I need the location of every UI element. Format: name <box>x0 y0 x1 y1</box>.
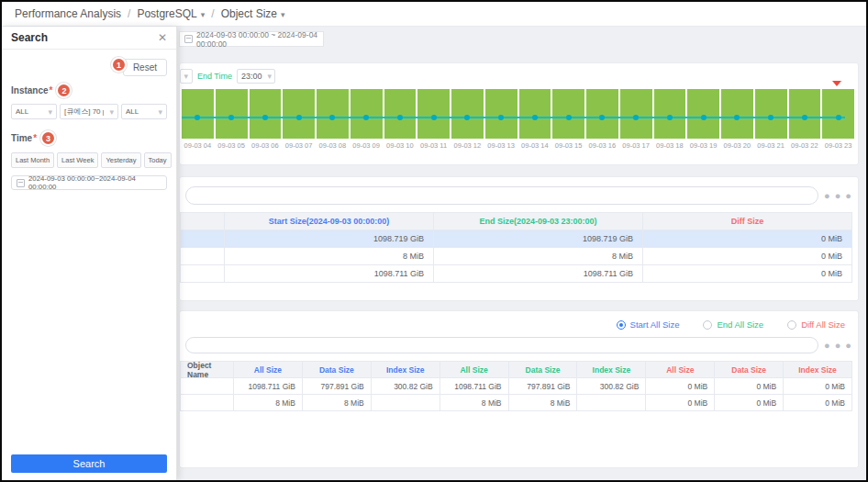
start-size-header: Start Size(2024-09-03 00:00:00) <box>225 213 434 230</box>
timeline-bar[interactable] <box>485 89 517 139</box>
time-range-input[interactable]: 2024-09-03 00:00:00~2024-09-04 00:00:00 <box>11 175 167 190</box>
timeline-point <box>397 115 403 120</box>
breadcrumb: Performance Analysis/PostgreSQL▾/Object … <box>2 2 866 27</box>
chevron-down-icon: ▾ <box>201 10 206 19</box>
timeline-point <box>363 115 369 120</box>
radio-start-all-size[interactable]: Start All Size <box>617 319 680 330</box>
x-tick-label: 09-03 11 <box>417 141 450 150</box>
search-overlay-panel: Search ✕ 1 Reset Instance* 2 ALL ▾ <box>2 27 177 480</box>
timeline-bar[interactable] <box>552 89 584 139</box>
table-row[interactable]: 8 MiB8 MiB8 MiB8 MiB0 MiB0 MiB0 MiB <box>181 395 852 411</box>
reset-row: 1 Reset <box>11 57 167 77</box>
x-tick-label: 09-03 19 <box>687 141 719 150</box>
start-size-cell: 1098.711 GiB <box>225 265 434 283</box>
more-options-icon[interactable]: ● ● ● <box>824 191 852 201</box>
date-range-display[interactable]: 2024-09-03 00:00:00 ~ 2024-09-04 00:00:0… <box>179 31 324 47</box>
timeline-bar[interactable] <box>417 89 450 139</box>
size-cell: 797.891 GiB <box>509 378 578 395</box>
timeline-bar[interactable] <box>351 89 383 139</box>
table-header-row: Object NameAll SizeData SizeIndex SizeAl… <box>181 362 852 378</box>
reset-button[interactable]: Reset <box>123 59 167 76</box>
radio-circle-icon <box>617 320 626 330</box>
timeline-bar[interactable] <box>519 89 551 139</box>
start-time-select[interactable]: ▾ <box>180 69 193 84</box>
timeline-point <box>464 115 470 120</box>
timeline-bar[interactable] <box>620 89 652 139</box>
end-time-value: 23:00 <box>241 72 262 81</box>
timeline-bar[interactable] <box>654 89 686 139</box>
col-header-end-all-size: All Size <box>440 362 509 378</box>
size-cell: 1098.711 GiB <box>440 378 509 395</box>
col-header-end-index-size: Index Size <box>577 362 646 378</box>
quick-range-last-week[interactable]: Last Week <box>57 152 98 168</box>
search-panel-header: Search ✕ <box>2 27 176 50</box>
table-row[interactable]: 1098.719 GiB1098.719 GiB0 MiB <box>181 230 852 248</box>
col-header-start-data-size: Data Size <box>303 362 372 378</box>
summary-filter-input[interactable] <box>185 186 818 205</box>
size-cell <box>372 395 440 411</box>
col-header-diff-index-size: Index Size <box>784 362 852 378</box>
timeline-bar[interactable] <box>687 89 719 139</box>
object-filter-input[interactable] <box>185 337 818 353</box>
start-size-cell: 8 MiB <box>225 248 434 265</box>
database-select[interactable]: ALL ▾ <box>121 104 167 119</box>
quick-range-last-month[interactable]: Last Month <box>11 152 54 168</box>
calendar-icon <box>184 35 193 43</box>
size-cell: 8 MiB <box>509 395 578 411</box>
radio-diff-all-size[interactable]: Diff All Size <box>787 319 845 330</box>
chevron-down-icon: ▾ <box>184 72 188 81</box>
radio-end-all-size[interactable]: End All Size <box>703 319 763 330</box>
table-row[interactable]: 1098.711 GiB1098.711 GiB0 MiB <box>181 265 852 283</box>
row-label-cell <box>181 265 225 283</box>
x-tick-label: 09-03 23 <box>822 141 854 150</box>
search-panel-title: Search <box>11 31 48 44</box>
table-row[interactable]: 1098.711 GiB797.891 GiB300.82 GiB1098.71… <box>181 378 852 395</box>
size-cell: 797.891 GiB <box>303 378 372 395</box>
chevron-down-icon: ▾ <box>268 72 273 81</box>
x-tick-label: 09-03 10 <box>384 141 417 150</box>
end-time-select[interactable]: 23:00 ▾ <box>237 69 275 84</box>
search-button[interactable]: Search <box>11 454 167 473</box>
timeline-bar[interactable] <box>216 89 248 139</box>
more-options-icon[interactable]: ● ● ● <box>824 341 852 351</box>
breadcrumb-item-object-size[interactable]: Object Size▾ <box>221 7 285 20</box>
timeline-bar[interactable] <box>451 89 484 139</box>
chart-toolbar: ▾ End Time 23:00 ▾ <box>180 67 854 85</box>
quick-range-yesterday[interactable]: Yesterday <box>101 152 140 168</box>
timeline-bar[interactable] <box>586 89 618 139</box>
quick-range-today[interactable]: Today <box>144 152 172 168</box>
end-size-header: End Size(2024-09-03 23:00:00) <box>434 213 643 230</box>
chevron-down-icon: ▾ <box>48 107 52 117</box>
timeline-bar[interactable] <box>721 89 753 139</box>
timeline-point <box>768 115 773 120</box>
timeline-bar[interactable] <box>317 89 349 139</box>
timeline-bar[interactable] <box>384 89 417 139</box>
object-size-table: Object NameAll SizeData SizeIndex SizeAl… <box>180 361 852 411</box>
x-tick-label: 09-03 14 <box>519 141 551 150</box>
required-mark: * <box>33 133 37 143</box>
diff-size-cell: 0 MiB <box>643 248 852 265</box>
chevron-down-icon: ▾ <box>281 10 285 19</box>
x-tick-label: 09-03 22 <box>789 141 821 150</box>
object-filter-row: ● ● ● <box>180 337 858 353</box>
timeline-bar[interactable] <box>822 89 854 139</box>
radio-label: End All Size <box>717 319 763 330</box>
timeline-bar[interactable] <box>283 89 315 139</box>
x-tick-label: 09-03 15 <box>552 141 584 150</box>
timeline-bar[interactable] <box>182 89 214 139</box>
table-row[interactable]: 8 MiB8 MiB0 MiB <box>181 248 852 265</box>
breadcrumb-item-postgresql[interactable]: PostgreSQL▾ <box>137 7 205 20</box>
table-header-row: Start Size(2024-09-03 00:00:00)End Size(… <box>181 213 852 230</box>
calendar-icon <box>17 179 25 187</box>
instance-select[interactable]: [큐에스] 70 pg ... ▾ <box>60 104 118 119</box>
close-icon[interactable]: ✕ <box>158 31 167 44</box>
annotation-badge-2: 2 <box>56 83 72 98</box>
chevron-down-icon: ▾ <box>158 107 162 117</box>
size-mode-radio-group: Start All SizeEnd All SizeDiff All Size <box>180 318 858 331</box>
breadcrumb-item-performance-analysis[interactable]: Performance Analysis <box>15 7 121 20</box>
timeline-bar[interactable] <box>755 89 787 139</box>
size-cell: 0 MiB <box>784 395 852 411</box>
instance-group-select[interactable]: ALL ▾ <box>11 104 57 119</box>
timeline-bar[interactable] <box>789 89 821 139</box>
timeline-bar[interactable] <box>250 89 282 139</box>
